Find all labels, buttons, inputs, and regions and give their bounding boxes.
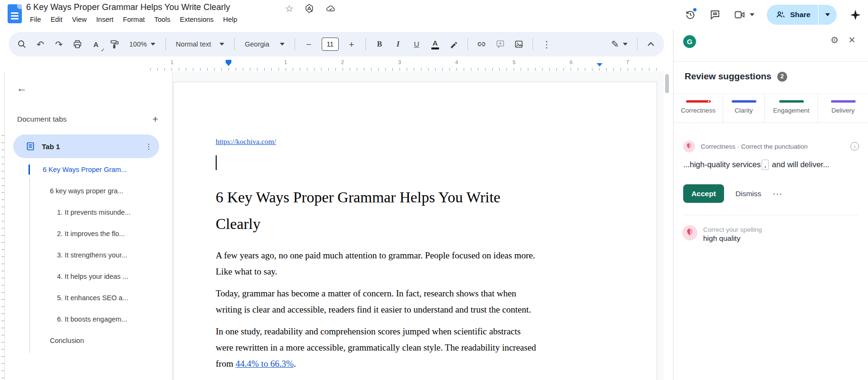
gtab-delivery[interactable]: Delivery [818,94,868,123]
outline-item[interactable]: 2. It improves the flo... [5,223,172,244]
document-title[interactable]: 6 Key Ways Proper Grammar Helps You Writ… [26,2,230,12]
tab-name: Tab 1 [42,142,60,151]
highlight-color-icon[interactable] [448,37,459,51]
document-status-cloud-icon[interactable] [325,3,336,14]
underline-icon[interactable]: U [411,37,422,51]
outline-item[interactable]: 1. It prevents misunde... [5,201,172,223]
more-options-icon[interactable]: ⋮ [541,37,553,51]
category-label: Engagement [773,107,810,114]
paragraph: In one study, readability and comprehens… [216,323,601,372]
category-color-bar [686,100,711,103]
menu-tools[interactable]: Tools [150,14,175,25]
vertical-ruler[interactable] [0,71,5,380]
tab-document-icon [26,142,35,151]
document-link[interactable]: https://kochiva.com/ [216,137,276,145]
category-color-bar [831,100,856,103]
search-menus-icon[interactable] [16,37,28,51]
drive-add-shortcut-icon[interactable] [304,3,315,14]
add-comment-icon[interactable] [495,37,506,51]
statistic-link[interactable]: 44.4% to 66.3% [236,359,294,369]
next-suggestion-item[interactable]: Correct your spelling high quality [682,225,762,243]
version-history-icon[interactable] [684,9,696,21]
video-camera-icon [734,9,746,20]
outline-item[interactable]: 6 Key Ways Proper Gram... [5,159,172,180]
share-button[interactable]: Share [767,5,818,25]
spellcheck-icon[interactable]: A✓ [90,37,102,51]
italic-icon[interactable]: I [392,37,404,51]
right-indent-marker[interactable] [597,63,602,66]
dismiss-button[interactable]: Dismiss [735,190,761,198]
horizontal-ruler[interactable]: 11234567 [147,59,664,71]
undo-icon[interactable]: ↶ [35,37,46,51]
category-color-bar [779,100,804,103]
ruler-label: 7 [626,59,629,65]
comments-icon[interactable] [709,9,721,21]
font-family-select[interactable]: Georgia [243,40,286,48]
outline-item[interactable]: 6 key ways proper gra... [5,180,172,201]
ruler-ticks [1,135,4,380]
hide-menus-icon[interactable] [645,37,657,51]
left-indent-marker[interactable] [226,60,231,66]
paint-format-icon[interactable] [109,37,120,51]
gtab-engagement[interactable]: Engagement [765,94,818,123]
share-button-group: Share [767,5,837,25]
menu-view[interactable]: View [67,14,91,25]
more-options-icon[interactable]: ⋯ [773,188,782,200]
paragraph: Today, grammar has become a matter of co… [216,285,601,318]
paragraph-line: Today, grammar has become a matter of co… [216,285,601,302]
redo-icon[interactable]: ↷ [53,37,65,51]
star-icon[interactable]: ☆ [285,3,294,14]
paragraph-line: Like what to say. [216,264,601,280]
google-docs-window: 6 Key Ways Proper Grammar Helps You Writ… [0,0,868,380]
increase-font-size-button[interactable]: + [346,37,357,51]
toolbar-separator [637,38,638,50]
menu-help[interactable]: Help [219,14,242,25]
document-page[interactable]: https://kochiva.com/ 6 Key Ways Proper G… [173,82,657,380]
share-dropdown[interactable] [819,5,837,25]
correctness-shield-icon [682,225,697,240]
outline-item[interactable]: 6. It boosts engagem... [5,308,172,330]
tab-item-tab1[interactable]: Tab 1 ⋮ [13,134,159,158]
font-size-input[interactable]: 11 [322,38,339,51]
zoom-select[interactable]: 100% [127,40,157,48]
gtab-clarity[interactable]: Clarity [723,94,765,123]
insert-image-icon[interactable] [513,37,525,51]
accept-button[interactable]: Accept [683,184,724,203]
outline-item[interactable]: 3. It strengthens your... [5,244,172,266]
text-color-icon[interactable]: A [429,37,441,51]
category-color-bar [732,100,756,103]
paragraph-style-select[interactable]: Normal text [174,40,226,48]
chevron-down-icon [750,13,754,16]
print-icon[interactable] [72,37,83,51]
gemini-sparkle-icon[interactable] [849,9,861,21]
menu-edit[interactable]: Edit [46,14,67,25]
outline-item[interactable]: 5. It enhances SEO a... [5,287,172,308]
close-icon[interactable]: × [849,33,855,47]
menu-file[interactable]: File [25,14,46,25]
ruler-label: 1 [284,59,287,65]
tab-options-icon[interactable]: ⋮ [145,142,153,151]
bold-icon[interactable]: B [374,37,385,51]
outline-item[interactable]: 4. It helps your ideas ... [5,266,172,287]
insert-link-icon[interactable] [476,37,487,51]
outline-item[interactable]: Conclusion [5,330,172,351]
editing-mode-select[interactable]: ✎ [609,39,630,49]
add-tab-icon[interactable]: + [148,114,162,125]
paragraph-line: writing is clear and accessible, readers… [216,302,601,318]
back-arrow-icon[interactable]: ← [14,81,29,96]
info-icon[interactable]: i [850,142,859,151]
document-tabs-sidebar: ← Document tabs + Tab 1 ⋮ 6 Key Ways Pro… [5,71,172,380]
menu-insert[interactable]: Insert [92,14,118,25]
panel-title: Review suggestions [685,71,772,82]
gear-icon[interactable]: ⚙ [830,35,839,46]
ruler-ticks [150,68,662,71]
google-docs-logo-icon[interactable] [8,4,22,23]
menu-format[interactable]: Format [118,14,150,25]
menu-extensions[interactable]: Extensions [175,14,219,25]
toolbar-separator [234,38,235,50]
decrease-font-size-button[interactable]: − [303,37,315,51]
meet-call-control[interactable] [734,9,754,20]
document-scrollbar[interactable] [665,74,669,93]
gtab-correctness[interactable]: Correctness [674,94,723,123]
paragraph-line: A few years ago, no one paid much attent… [216,247,601,264]
